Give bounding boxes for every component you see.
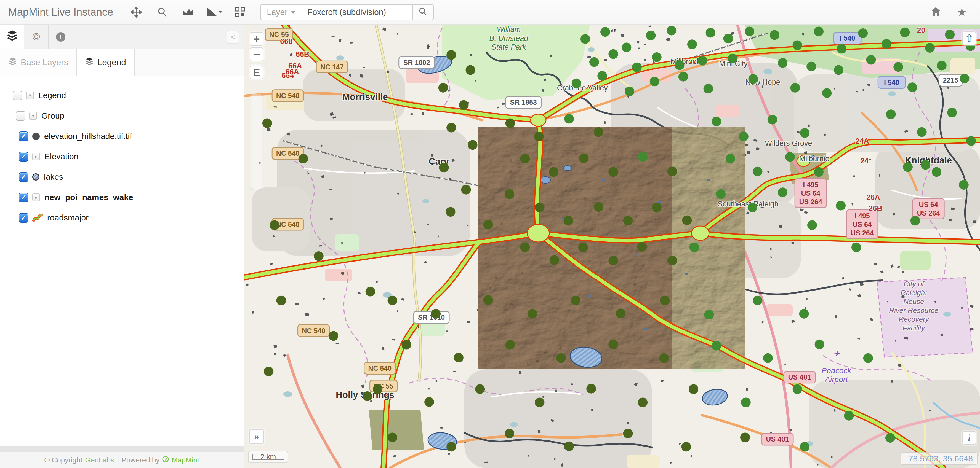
poi-dot (438, 83, 448, 93)
layer-checkbox[interactable]: ✓ (19, 193, 29, 202)
exit-number: 66B (296, 50, 310, 59)
tab-copyright[interactable]: © (24, 25, 49, 49)
lake-swatch-icon (32, 173, 40, 181)
tree-item-label[interactable]: roadsmajor (47, 213, 89, 222)
search-submit-button[interactable] (413, 4, 434, 20)
poi-dot (366, 287, 375, 297)
exit-number: 668 (280, 37, 293, 46)
zoom-out-button[interactable]: − (250, 48, 264, 61)
svg-text:US 264: US 264 (799, 198, 822, 206)
tree-item-label[interactable]: elevation_hillshade.tif.tif (44, 132, 132, 141)
svg-text:I 495: I 495 (803, 181, 818, 189)
map-label: Morrisville (342, 92, 388, 102)
favorite-button[interactable]: ★ (957, 6, 967, 17)
layer-checkbox[interactable]: ✓ (19, 132, 29, 141)
svg-text:US 264: US 264 (851, 229, 873, 237)
search-tool-button[interactable] (149, 0, 175, 25)
tab-base-layers-label: Base Layers (21, 58, 68, 68)
tab-info[interactable]: i (49, 25, 73, 49)
layer-checkbox[interactable]: ✓ (19, 172, 29, 182)
svg-text:I 540: I 540 (884, 79, 899, 86)
poi-dot (800, 442, 810, 452)
caret-right-icon[interactable]: ▸ (32, 153, 40, 160)
map-viewport[interactable]: WilliamB. UmsteadState ParkMorrisvilleCa… (243, 25, 980, 468)
poi-dot (314, 251, 324, 261)
navbar-right: ★ (930, 6, 980, 18)
poi-dot (466, 65, 476, 75)
layer-checkbox[interactable]: ✓ (19, 213, 29, 223)
poi-dot (910, 216, 920, 225)
sidebar-collapse-button[interactable]: < (226, 31, 239, 44)
home-button[interactable] (930, 6, 941, 18)
move-icon (131, 6, 142, 17)
raster-layer-icon (32, 133, 40, 140)
search-input[interactable] (302, 4, 413, 20)
tree-item-Group: ▾Group (0, 109, 243, 122)
poi-dot (678, 72, 688, 82)
poi-dot (484, 220, 493, 230)
measure-tool-button[interactable] (201, 0, 227, 25)
grid-tool-button[interactable] (227, 0, 253, 25)
geolabs-link[interactable]: GeoLabs (85, 456, 115, 465)
svg-text:US 64: US 64 (919, 201, 938, 208)
poi-dot (439, 163, 449, 172)
caret-right-icon[interactable]: ▸ (32, 194, 40, 201)
poi-dot (706, 28, 716, 38)
mapmint-link[interactable]: MapMint (172, 456, 199, 465)
tab-layers[interactable] (0, 25, 24, 49)
tab-legend[interactable]: Legend (77, 49, 134, 76)
tree-item-label[interactable]: new_poi_names_wake (45, 193, 133, 202)
poi-dot (277, 296, 286, 305)
poi-dot (594, 127, 603, 137)
poi-dot (932, 167, 941, 177)
tree-item-label[interactable]: Legend (38, 91, 66, 100)
caret-down-icon[interactable]: ▾ (26, 92, 34, 99)
road-shield: US 401 (784, 371, 815, 383)
poi-dot (564, 114, 574, 124)
poi-dot (646, 30, 655, 40)
map-canvas[interactable]: WilliamB. UmsteadState ParkMorrisvilleCa… (243, 25, 980, 468)
expand-panel-button[interactable]: » (249, 429, 264, 444)
svg-text:US 401: US 401 (788, 373, 811, 381)
north-arrow-button[interactable]: ⇧ (963, 32, 976, 45)
measure-triangle-icon (206, 6, 222, 17)
copyright-icon: © (33, 31, 40, 43)
map-info-button[interactable]: i (963, 431, 976, 445)
poi-dot (814, 167, 824, 177)
poi-dot (937, 60, 947, 70)
pan-tool-button[interactable] (123, 0, 149, 25)
poi-dot (608, 167, 618, 177)
map-toolbar (123, 0, 253, 25)
poi-dot (925, 43, 935, 52)
chart-tool-button[interactable] (175, 0, 201, 25)
layer-checkbox[interactable]: ✓ (19, 152, 29, 162)
layers-icon (8, 57, 17, 68)
caret-down-icon[interactable]: ▾ (29, 112, 37, 120)
poi-dot (725, 154, 735, 163)
poi-dot (506, 340, 515, 349)
tree-item-label[interactable]: Elevation (45, 152, 78, 161)
svg-text:2215: 2215 (943, 76, 958, 84)
layer-checkbox[interactable] (13, 91, 22, 100)
svg-text:NC 540: NC 540 (302, 327, 325, 335)
star-icon: ★ (957, 6, 967, 17)
layer-dropdown-button[interactable]: Layer (260, 4, 302, 20)
tab-base-layers[interactable]: Base Layers (0, 49, 77, 76)
poi-dot (814, 27, 824, 36)
zoom-in-button[interactable]: + (250, 32, 264, 46)
poi-dot (299, 154, 308, 163)
poi-dot (608, 339, 618, 349)
poi-dot (739, 132, 749, 141)
poi-dot (667, 25, 676, 35)
poi-dot (966, 136, 976, 146)
edit-mode-button[interactable]: E (250, 66, 264, 79)
layer-checkbox[interactable] (16, 111, 25, 121)
poi-dot (863, 353, 873, 363)
poi-dot (716, 189, 725, 199)
zoom-slider[interactable] (251, 94, 262, 190)
poi-dot (520, 154, 530, 163)
tree-item-label[interactable]: lakes (44, 172, 63, 182)
tree-item-lakes: ✓lakes (0, 170, 243, 184)
poi-dot (745, 27, 754, 36)
tree-item-label[interactable]: Group (41, 111, 64, 121)
